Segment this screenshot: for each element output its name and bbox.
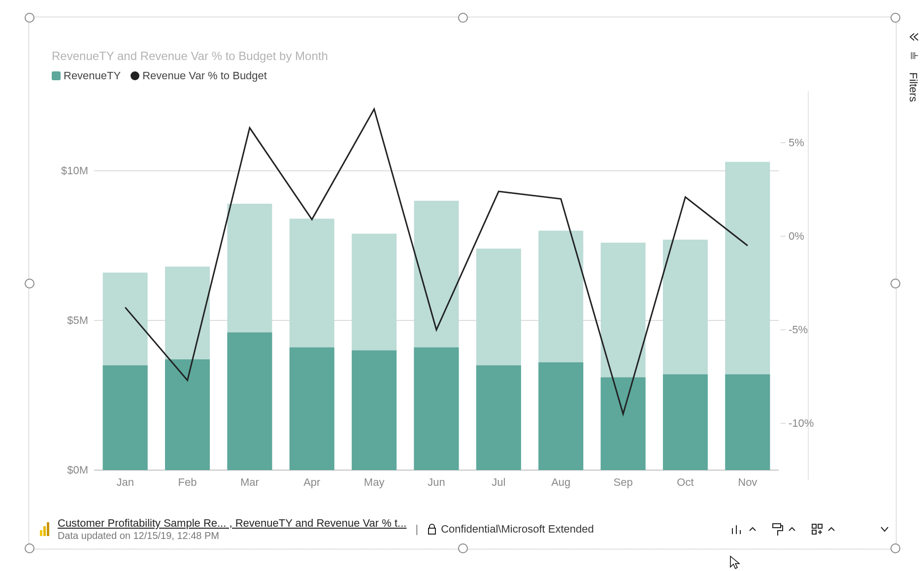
bar-revenue-ty[interactable]	[476, 365, 521, 470]
svg-text:Jun: Jun	[428, 476, 445, 488]
legend-label-2: Revenue Var % to Budget	[142, 69, 267, 82]
visual-selection-frame[interactable]: RevenueTY and Revenue Var % to Budget by…	[29, 17, 896, 549]
svg-text:Feb: Feb	[178, 476, 197, 488]
resize-handle-left-middle[interactable]	[25, 279, 34, 288]
svg-text:$0M: $0M	[67, 464, 88, 476]
filters-label: Filters	[907, 72, 920, 102]
powerbi-icon	[39, 521, 51, 537]
resize-handle-bottom-right[interactable]	[891, 543, 900, 553]
collapse-chevron-icon[interactable]	[907, 32, 919, 42]
related-visuals-button[interactable]	[730, 522, 757, 536]
svg-text:5%: 5%	[789, 136, 804, 149]
format-painter-button[interactable]	[771, 522, 796, 537]
grid-plus-icon	[810, 522, 824, 536]
resize-handle-bottom-left[interactable]	[25, 543, 34, 553]
legend-item-revenuety[interactable]: RevenueTY	[52, 69, 121, 82]
svg-rect-28	[47, 522, 49, 536]
svg-text:Aug: Aug	[551, 476, 570, 488]
dataset-link[interactable]: Customer Profitability Sample Re... , Re…	[58, 517, 406, 530]
legend-item-variance[interactable]: Revenue Var % to Budget	[131, 69, 267, 82]
bar-revenue-ty[interactable]	[601, 378, 646, 470]
add-tile-button[interactable]	[810, 522, 836, 536]
caret-up-icon	[788, 526, 796, 533]
svg-text:$5M: $5M	[67, 314, 88, 326]
svg-text:Jul: Jul	[492, 476, 505, 488]
bar-chart-icon	[730, 522, 745, 536]
svg-text:Nov: Nov	[738, 476, 757, 488]
caret-down-icon	[879, 525, 890, 533]
svg-text:Oct: Oct	[677, 476, 693, 488]
svg-text:-5%: -5%	[789, 323, 808, 336]
footer-separator: |	[413, 523, 420, 536]
filter-icon: ⊪	[910, 50, 917, 62]
svg-text:May: May	[364, 476, 385, 488]
resize-handle-top-left[interactable]	[25, 13, 34, 23]
bar-revenue-ty[interactable]	[538, 362, 583, 470]
chart-title: RevenueTY and Revenue Var % to Budget by…	[52, 49, 328, 63]
svg-text:Mar: Mar	[240, 476, 259, 488]
resize-handle-top-middle[interactable]	[458, 13, 468, 23]
report-footer: Customer Profitability Sample Re... , Re…	[39, 513, 890, 545]
svg-text:Sep: Sep	[614, 476, 633, 488]
paint-roller-icon	[771, 522, 785, 537]
svg-text:Apr: Apr	[303, 476, 320, 488]
bar-revenue-ty[interactable]	[725, 374, 770, 470]
bar-revenue-ty[interactable]	[414, 348, 459, 470]
resize-handle-bottom-middle[interactable]	[458, 543, 468, 553]
svg-text:Jan: Jan	[116, 476, 133, 488]
resize-handle-right-middle[interactable]	[891, 279, 900, 288]
mouse-cursor-icon	[729, 555, 741, 570]
bar-revenue-ty[interactable]	[165, 359, 210, 470]
svg-rect-27	[43, 526, 46, 536]
bar-revenue-ty[interactable]	[103, 365, 148, 470]
data-updated-text: Data updated on 12/15/19, 12:48 PM	[58, 530, 406, 541]
bar-revenue-ty[interactable]	[663, 374, 708, 470]
legend-swatch-bar	[52, 71, 61, 80]
footer-actions	[730, 522, 890, 537]
bar-revenue-ty[interactable]	[227, 332, 272, 470]
legend-swatch-line	[131, 71, 139, 80]
lock-icon	[427, 523, 437, 535]
caret-up-icon	[827, 526, 836, 533]
legend-label-1: RevenueTY	[64, 69, 121, 82]
sensitivity-label: Confidential\Microsoft Extended	[441, 523, 594, 536]
filters-pane-collapsed[interactable]: ⊪ Filters	[901, 32, 924, 102]
svg-text:$10M: $10M	[61, 164, 88, 177]
resize-handle-top-right[interactable]	[891, 13, 900, 23]
chart-legend: RevenueTY Revenue Var % to Budget	[52, 69, 267, 82]
bar-revenue-ty[interactable]	[352, 350, 396, 470]
caret-up-icon	[748, 526, 757, 533]
svg-text:0%: 0%	[789, 230, 804, 242]
combo-chart[interactable]: $0M$5M$10M-10%-5%0%5%JanFebMarAprMayJunJ…	[50, 91, 821, 505]
svg-text:-10%: -10%	[789, 417, 814, 429]
bar-revenue-ty[interactable]	[290, 348, 334, 470]
svg-rect-26	[40, 530, 42, 536]
expand-toggle[interactable]	[879, 525, 890, 533]
